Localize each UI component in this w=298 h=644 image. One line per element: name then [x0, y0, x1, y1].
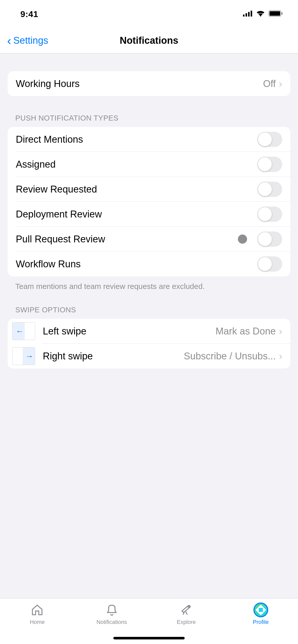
- push-types-header: PUSH NOTIFICATION TYPES: [0, 114, 298, 127]
- assigned-toggle[interactable]: [257, 157, 282, 172]
- back-button[interactable]: ‹ Settings: [0, 35, 48, 47]
- working-hours-label: Working Hours: [16, 78, 263, 89]
- avatar-icon: [253, 603, 268, 617]
- cursor-indicator-icon: [238, 235, 247, 244]
- review-requested-row: Review Requested: [8, 177, 290, 202]
- arrow-right-icon: →: [25, 352, 33, 361]
- svg-rect-3: [251, 11, 252, 17]
- assigned-row: Assigned: [8, 152, 290, 177]
- right-swipe-icon: →: [12, 347, 35, 365]
- tab-home-label: Home: [30, 619, 45, 625]
- review-requested-label: Review Requested: [16, 184, 257, 195]
- left-swipe-icon: ←: [12, 322, 35, 340]
- battery-icon: [268, 10, 283, 18]
- chevron-right-icon: ›: [279, 78, 282, 90]
- bell-icon: [104, 603, 119, 617]
- chevron-left-icon: ‹: [7, 35, 11, 47]
- chevron-right-icon: ›: [279, 350, 282, 362]
- right-swipe-value: Subscribe / Unsubs...: [184, 351, 276, 362]
- cellular-signal-icon: [243, 10, 253, 18]
- home-indicator[interactable]: [113, 637, 185, 639]
- content-area[interactable]: Working Hours Off › PUSH NOTIFICATION TY…: [0, 53, 298, 598]
- telescope-icon: [179, 603, 194, 617]
- wifi-icon: [256, 10, 265, 18]
- direct-mentions-row: Direct Mentions: [8, 127, 290, 152]
- deployment-review-label: Deployment Review: [16, 209, 257, 220]
- back-label: Settings: [13, 35, 48, 46]
- arrow-left-icon: ←: [16, 327, 24, 336]
- svg-rect-0: [243, 14, 245, 17]
- assigned-label: Assigned: [16, 159, 257, 170]
- tab-home[interactable]: Home: [0, 603, 75, 644]
- working-hours-value: Off: [263, 78, 276, 89]
- workflow-runs-row: Workflow Runs: [8, 252, 290, 276]
- deployment-review-row: Deployment Review: [8, 202, 290, 227]
- tab-profile-label: Profile: [253, 619, 269, 625]
- left-swipe-value: Mark as Done: [215, 326, 276, 337]
- svg-rect-5: [269, 11, 280, 16]
- nav-bar: ‹ Settings Notifications: [0, 28, 298, 53]
- page-title: Notifications: [120, 35, 178, 46]
- svg-rect-6: [281, 12, 282, 15]
- chevron-right-icon: ›: [279, 326, 282, 337]
- svg-rect-2: [248, 12, 250, 17]
- review-requested-toggle[interactable]: [257, 182, 282, 197]
- working-hours-row[interactable]: Working Hours Off ›: [8, 71, 290, 96]
- left-swipe-row[interactable]: ← Left swipe Mark as Done ›: [8, 319, 290, 344]
- svg-rect-1: [246, 13, 247, 17]
- tab-explore-label: Explore: [177, 619, 196, 625]
- tab-notifications-label: Notifications: [97, 619, 127, 625]
- pull-request-review-label: Pull Request Review: [16, 234, 238, 245]
- status-icons: [243, 10, 283, 18]
- right-swipe-label: Right swipe: [43, 351, 184, 362]
- pull-request-review-toggle[interactable]: [257, 231, 282, 247]
- tab-profile[interactable]: Profile: [224, 603, 298, 644]
- push-types-footer: Team mentions and team review requests a…: [0, 276, 298, 292]
- swipe-options-header: SWIPE OPTIONS: [0, 306, 298, 319]
- direct-mentions-label: Direct Mentions: [16, 134, 257, 145]
- workflow-runs-toggle[interactable]: [257, 256, 282, 272]
- right-swipe-row[interactable]: → Right swipe Subscribe / Unsubs... ›: [8, 344, 290, 369]
- deployment-review-toggle[interactable]: [257, 207, 282, 222]
- direct-mentions-toggle[interactable]: [257, 132, 282, 147]
- status-bar: 9:41: [0, 0, 298, 28]
- workflow-runs-label: Workflow Runs: [16, 259, 257, 270]
- left-swipe-label: Left swipe: [43, 326, 215, 337]
- pull-request-review-row: Pull Request Review: [8, 227, 290, 252]
- home-icon: [30, 603, 45, 617]
- status-time: 9:41: [20, 9, 38, 19]
